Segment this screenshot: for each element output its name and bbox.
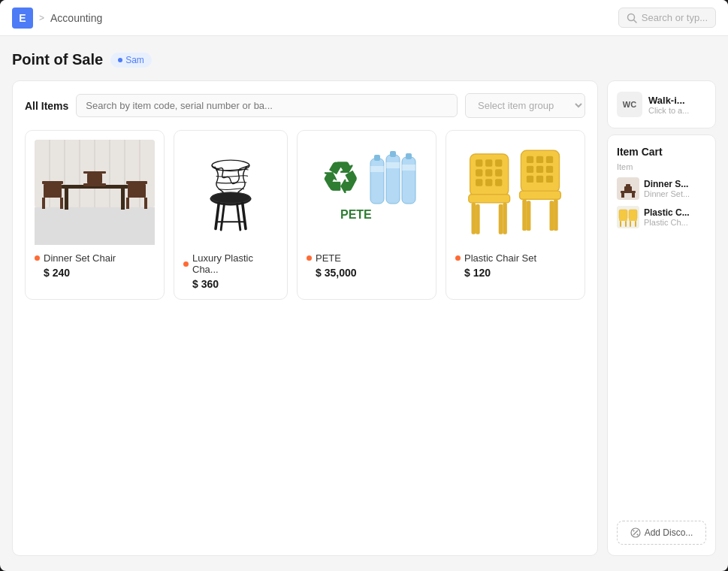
walk-in-card[interactable]: WC Walk-i... Click to a...	[607, 80, 716, 128]
svg-rect-55	[469, 195, 510, 203]
svg-rect-51	[495, 169, 502, 176]
item-dot	[455, 255, 461, 261]
user-name: Sam	[125, 55, 144, 65]
page-content: Point of Sale Sam All Items Select item …	[0, 36, 728, 571]
items-toolbar: All Items Select item group	[25, 93, 585, 118]
svg-rect-62	[536, 156, 543, 163]
svg-rect-50	[485, 169, 492, 176]
cart-item-name-plastic: Plastic C...	[644, 207, 690, 218]
item-card-plastic-chair-set[interactable]: Plastic Chair Set $ 120	[446, 130, 585, 300]
item-search-input[interactable]	[76, 94, 458, 117]
breadcrumb[interactable]: Accounting	[50, 12, 102, 24]
walk-in-text: Walk-i... Click to a...	[648, 95, 689, 115]
svg-line-1	[633, 20, 636, 23]
luxury-chair-svg	[193, 140, 268, 245]
walk-in-subtitle: Click to a...	[648, 106, 689, 115]
svg-rect-14	[121, 189, 125, 210]
item-card-luxury-plastic-chair[interactable]: Luxury Plastic Cha... $ 360	[174, 130, 288, 300]
svg-rect-74	[550, 201, 554, 231]
svg-rect-22	[144, 198, 147, 209]
svg-rect-42	[402, 157, 415, 204]
svg-rect-70	[520, 191, 561, 199]
svg-rect-20	[128, 184, 146, 198]
item-dot	[35, 255, 40, 261]
item-image-dinner-chair	[35, 140, 155, 245]
nav-search[interactable]: Search or typ...	[618, 8, 716, 28]
item-name: Dinner Set Chair	[44, 252, 116, 264]
item-image-luxury-chair	[183, 140, 278, 245]
add-discount-label: Add Disco...	[645, 527, 693, 538]
svg-rect-53	[485, 179, 492, 186]
item-name: Plastic Chair Set	[464, 252, 536, 264]
cart-col-header: Item	[617, 162, 706, 171]
wc-badge: WC	[617, 92, 642, 117]
user-dot	[118, 58, 122, 62]
svg-rect-83	[619, 219, 627, 221]
page-title: Point of Sale	[12, 51, 103, 68]
main-layout: All Items Select item group	[12, 80, 716, 556]
cart-item-dinner-set[interactable]: Dinner S... Dinner Set...	[617, 177, 706, 200]
svg-rect-16	[44, 184, 62, 198]
breadcrumb-separator: >	[39, 13, 44, 23]
item-card-pete[interactable]: ♻ PETE	[297, 130, 436, 300]
svg-rect-67	[527, 176, 533, 183]
svg-rect-69	[546, 176, 553, 183]
items-panel: All Items Select item group	[12, 80, 598, 556]
cart-item-plastic-chair[interactable]: Plastic C... Plastic Ch...	[617, 206, 706, 228]
svg-rect-54	[495, 179, 502, 186]
svg-line-31	[221, 204, 224, 230]
svg-rect-25	[83, 183, 106, 186]
nav-search-text: Search or typ...	[642, 12, 708, 23]
svg-rect-46	[476, 159, 482, 166]
svg-rect-13	[65, 189, 68, 210]
cart-item-desc-plastic: Plastic Ch...	[644, 218, 690, 227]
svg-rect-72	[554, 199, 558, 231]
svg-text:PETE: PETE	[340, 208, 372, 221]
add-discount-button[interactable]: Add Disco...	[617, 521, 706, 545]
svg-point-93	[636, 534, 638, 536]
svg-rect-80	[626, 184, 630, 187]
cart-item-desc-dinner: Dinner Set...	[644, 189, 690, 198]
svg-rect-18	[60, 198, 63, 209]
item-price: $ 120	[464, 267, 575, 279]
svg-rect-59	[499, 204, 503, 234]
svg-rect-40	[390, 151, 396, 157]
svg-rect-49	[476, 169, 482, 176]
svg-rect-82	[619, 210, 627, 219]
svg-rect-39	[386, 155, 400, 204]
cart-item-info-dinner: Dinner S... Dinner Set...	[644, 179, 690, 198]
item-cart: Item Cart Item	[607, 134, 716, 556]
svg-point-92	[633, 530, 634, 532]
right-panel: WC Walk-i... Click to a... Item Cart Ite…	[607, 80, 716, 556]
item-price: $ 35,000	[316, 267, 427, 279]
item-price: $ 360	[192, 278, 278, 290]
item-group-select[interactable]: Select item group	[465, 93, 585, 118]
svg-rect-19	[126, 181, 147, 184]
svg-rect-66	[546, 166, 553, 173]
cart-thumb-dinner-svg	[617, 177, 639, 200]
svg-rect-41	[386, 162, 400, 168]
svg-text:♻: ♻	[321, 155, 358, 202]
nav-left: E > Accounting	[12, 8, 102, 29]
item-name-row: Dinner Set Chair	[35, 252, 155, 264]
svg-rect-86	[629, 210, 637, 219]
items-grid: Dinner Set Chair $ 240	[25, 130, 585, 300]
walk-in-title: Walk-i...	[648, 95, 689, 106]
svg-rect-56	[472, 203, 476, 234]
svg-rect-15	[42, 181, 63, 184]
top-nav: E > Accounting Search or typ...	[0, 0, 728, 36]
cart-item-thumb-dinner	[617, 177, 639, 200]
item-price: $ 240	[44, 267, 155, 279]
item-name: Luxury Plastic Cha...	[192, 252, 278, 275]
item-card-dinner-set-chair[interactable]: Dinner Set Chair $ 240	[25, 130, 165, 300]
plastic-chair-set-svg	[455, 144, 575, 241]
item-dot	[183, 261, 189, 267]
svg-rect-37	[374, 155, 380, 161]
search-icon	[627, 13, 637, 23]
svg-rect-38	[370, 166, 384, 172]
svg-rect-58	[476, 204, 480, 234]
nav-logo[interactable]: E	[12, 8, 33, 29]
svg-rect-48	[495, 159, 502, 166]
item-dot	[307, 255, 312, 261]
svg-rect-63	[546, 156, 553, 163]
